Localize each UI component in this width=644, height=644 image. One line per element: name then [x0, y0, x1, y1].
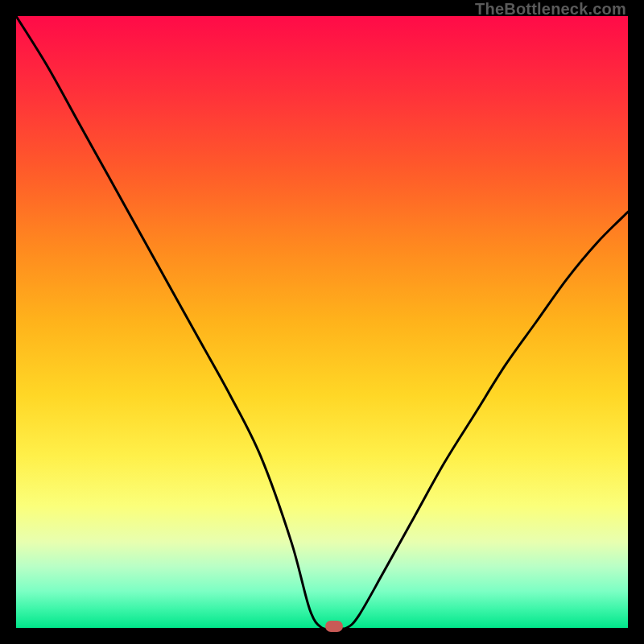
- plot-area: [16, 16, 628, 628]
- bottleneck-curve: [16, 16, 628, 628]
- optimal-point-marker: [325, 621, 343, 632]
- chart-frame: TheBottleneck.com: [0, 0, 644, 644]
